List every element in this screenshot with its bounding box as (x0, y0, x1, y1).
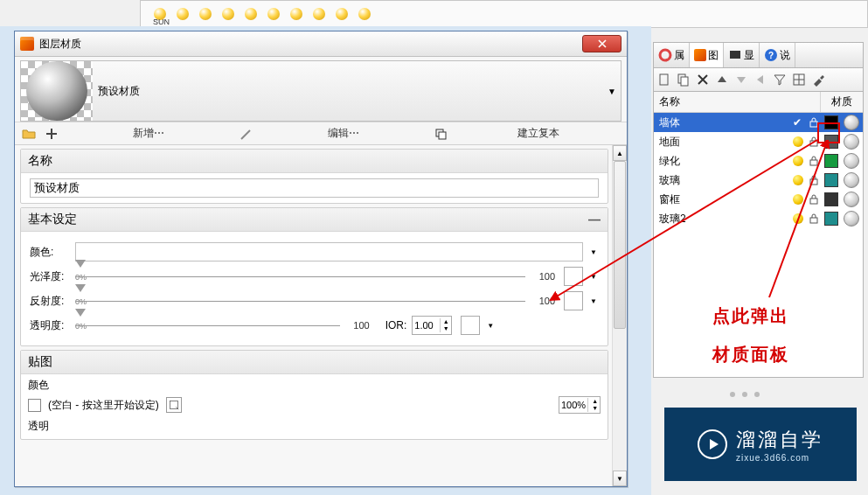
gloss-slider[interactable]: 0% (75, 268, 525, 285)
layer-row[interactable]: 地面 (654, 132, 863, 151)
layer-material-swatch[interactable] (844, 115, 859, 130)
section-map-header[interactable]: 贴图 (21, 351, 608, 374)
layer-material-swatch[interactable] (844, 153, 859, 169)
section-name-header[interactable]: 名称 (21, 150, 608, 173)
preset-label: 预设材质 (93, 84, 603, 99)
brush-icon[interactable] (240, 127, 253, 141)
hammer-icon[interactable] (811, 73, 825, 87)
scroll-thumb[interactable] (614, 161, 626, 329)
sphere-icon[interactable] (245, 8, 257, 20)
lock-icon[interactable] (809, 156, 819, 166)
layer-row[interactable]: 墙体✔ (654, 113, 863, 132)
close-button[interactable] (582, 35, 621, 52)
layer-color-swatch[interactable] (824, 192, 838, 206)
section-basic-header[interactable]: 基本设定 — (21, 208, 608, 232)
sphere-icon[interactable] (358, 8, 371, 20)
new-button[interactable]: 新增⋯ (133, 127, 164, 139)
sphere-icon[interactable] (222, 8, 234, 20)
up-icon[interactable] (715, 73, 729, 87)
sphere-icon[interactable] (290, 8, 302, 20)
svg-rect-12 (810, 141, 817, 146)
spinner-buttons[interactable]: ▲▼ (440, 318, 451, 332)
gloss-swatch[interactable] (564, 267, 583, 286)
reflect-slider[interactable]: 0% (75, 292, 525, 310)
layer-row[interactable]: 窗框 (654, 190, 863, 209)
collapse-icon[interactable]: — (588, 213, 601, 227)
layer-row[interactable]: 绿化 (654, 151, 863, 171)
layer-material-swatch[interactable] (844, 192, 859, 207)
svg-text:?: ? (768, 51, 774, 60)
lock-icon[interactable] (809, 194, 819, 205)
color-label: 颜色: (30, 245, 70, 260)
lock-icon[interactable] (809, 136, 819, 147)
dropdown-arrow-icon[interactable]: ▼ (588, 273, 599, 281)
edit-button[interactable]: 编辑⋯ (328, 127, 359, 139)
opacity-swatch[interactable] (461, 316, 480, 335)
svg-rect-7 (660, 74, 668, 85)
dropdown-arrow-icon[interactable]: ▼ (588, 297, 599, 305)
scroll-down-icon[interactable]: ▼ (613, 471, 627, 486)
layer-material-swatch[interactable] (844, 211, 859, 227)
map-percent-spinner[interactable]: 100% ▲▼ (559, 396, 601, 414)
map-browse-icon[interactable] (166, 397, 182, 413)
spinner-buttons[interactable]: ▲▼ (587, 398, 601, 412)
duplicate-icon[interactable] (434, 127, 448, 141)
sphere-icon[interactable] (177, 8, 189, 20)
prev-icon[interactable] (753, 73, 767, 87)
tab-layers[interactable]: 图 (690, 43, 724, 67)
ior-spinner[interactable]: 1.00 ▲▼ (412, 316, 452, 335)
bulb-icon[interactable] (793, 213, 803, 224)
layer-row[interactable]: 玻璃 (654, 171, 863, 190)
opacity-slider[interactable]: 0% (75, 317, 340, 334)
header-material[interactable]: 材质 (821, 92, 863, 112)
reflect-swatch[interactable] (564, 291, 583, 310)
sphere-icon[interactable] (313, 8, 325, 20)
copy-icon[interactable] (677, 73, 691, 87)
bulb-icon[interactable] (793, 136, 803, 147)
bulb-icon[interactable] (793, 175, 803, 185)
color-combo[interactable] (75, 242, 583, 261)
bulb-icon[interactable] (793, 194, 803, 205)
lock-icon[interactable] (809, 117, 819, 128)
layer-color-swatch[interactable] (824, 115, 838, 129)
new-page-icon[interactable] (657, 73, 671, 87)
annotation-text-1: 点此弹出 (712, 304, 789, 328)
lock-icon[interactable] (809, 175, 819, 185)
layer-color-swatch[interactable] (824, 173, 838, 187)
tab-display[interactable]: 显 (724, 43, 760, 67)
layer-color-swatch[interactable] (824, 135, 838, 149)
dialog-scrollbar[interactable]: ▲ ▼ (612, 145, 627, 486)
delete-icon[interactable] (696, 73, 710, 87)
check-icon[interactable]: ✔ (793, 116, 803, 129)
sphere-icon[interactable] (267, 8, 280, 20)
map-color-checkbox[interactable] (28, 399, 41, 412)
layer-color-swatch[interactable] (824, 212, 838, 226)
sphere-icon[interactable] (199, 8, 212, 20)
dropdown-arrow-icon[interactable]: ▼ (603, 87, 621, 96)
layer-color-swatch[interactable] (824, 154, 838, 168)
filter-icon[interactable] (773, 73, 787, 87)
dialog-titlebar[interactable]: 图层材质 (15, 31, 627, 57)
map-empty-hint[interactable]: (空白 - 按这里开始设定) (48, 398, 159, 413)
add-icon[interactable] (45, 127, 59, 141)
svg-rect-14 (810, 179, 817, 185)
right-actions (653, 68, 864, 92)
layer-material-swatch[interactable] (844, 134, 859, 150)
layer-material-swatch[interactable] (844, 172, 859, 188)
open-folder-icon[interactable] (22, 127, 36, 141)
dropdown-arrow-icon[interactable]: ▼ (588, 248, 599, 256)
lock-icon[interactable] (809, 213, 819, 224)
tab-properties[interactable]: 属 (654, 43, 690, 67)
copy-button[interactable]: 建立复本 (517, 127, 559, 139)
material-name-input[interactable] (30, 178, 599, 198)
down-icon[interactable] (734, 73, 748, 87)
bulb-icon[interactable] (793, 156, 803, 166)
preset-material-dropdown[interactable]: 预设材质 ▼ (20, 60, 621, 122)
dropdown-arrow-icon[interactable]: ▼ (485, 322, 496, 330)
tab-help[interactable]: ? 说 (760, 43, 795, 67)
scroll-up-icon[interactable]: ▲ (613, 145, 627, 161)
header-name[interactable]: 名称 (654, 92, 821, 112)
layer-row[interactable]: 玻璃2 (654, 209, 863, 228)
grid-icon[interactable] (792, 73, 806, 87)
sphere-icon[interactable] (336, 8, 348, 20)
